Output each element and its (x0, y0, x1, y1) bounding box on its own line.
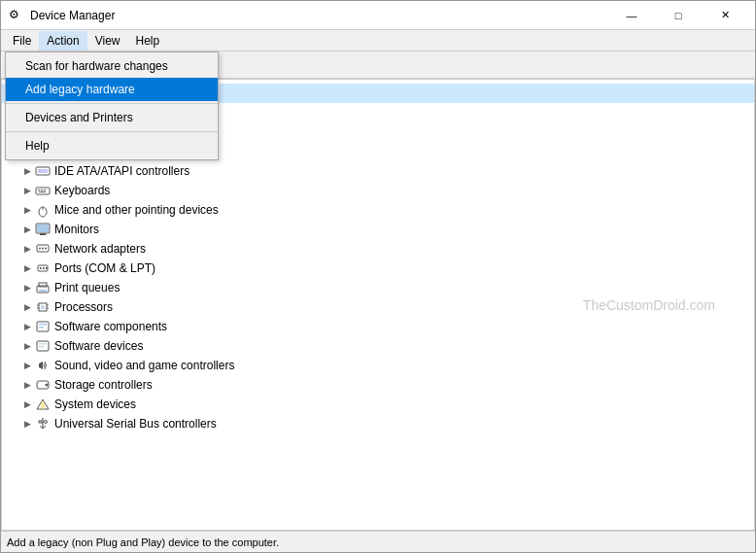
menu-item-scan[interactable]: Scan for hardware changes (6, 54, 218, 78)
svg-rect-46 (39, 346, 44, 348)
list-item[interactable]: ▶ Processors (2, 297, 754, 317)
app-icon: ⚙ (9, 8, 24, 23)
svg-point-52 (45, 421, 48, 424)
item-label: Software components (54, 320, 167, 333)
system-icon (35, 397, 51, 412)
device-manager-window: ⚙ Device Manager — □ ✕ File Action View … (0, 0, 756, 553)
expand-arrow: ▶ (21, 398, 33, 410)
svg-rect-34 (39, 290, 47, 292)
svg-rect-13 (38, 169, 48, 173)
menubar: File Action View Help Scan for hardware … (1, 30, 755, 52)
svg-rect-51 (39, 421, 42, 423)
software-devices-icon (35, 338, 51, 354)
list-item[interactable]: ▶ Print queues (2, 278, 754, 297)
svg-rect-15 (38, 190, 40, 190)
expand-arrow: ▶ (21, 204, 33, 216)
action-dropdown: Scan for hardware changes Add legacy har… (5, 52, 219, 160)
separator-1 (6, 103, 218, 104)
svg-point-49 (46, 384, 49, 387)
titlebar: ⚙ Device Manager — □ ✕ (1, 1, 755, 30)
list-item[interactable]: ▶ Storage controllers (2, 375, 754, 395)
list-item[interactable]: ▶ Monitors (2, 220, 754, 239)
statusbar: Add a legacy (non Plug and Play) device … (1, 531, 755, 552)
svg-rect-14 (36, 188, 50, 194)
item-label: Processors (54, 300, 113, 314)
storage-icon (35, 377, 51, 393)
svg-rect-18 (39, 191, 46, 192)
keyboard-icon (35, 183, 51, 198)
titlebar-controls: — □ ✕ (609, 1, 747, 30)
svg-rect-29 (40, 267, 42, 269)
svg-point-27 (45, 248, 47, 250)
svg-rect-45 (39, 343, 47, 345)
expand-arrow: ▶ (21, 301, 33, 313)
port-icon (35, 260, 51, 276)
expand-arrow: ▶ (21, 262, 33, 274)
menu-view[interactable]: View (87, 31, 128, 51)
item-label: Keyboards (54, 184, 110, 197)
svg-rect-16 (41, 190, 43, 190)
list-item[interactable]: ▶ Ports (COM & LPT) (2, 259, 754, 278)
usb-icon (35, 416, 51, 432)
item-label: Mice and other pointing devices (54, 203, 219, 217)
list-item[interactable]: ▶ System devices (2, 395, 754, 414)
svg-point-26 (42, 248, 44, 250)
svg-rect-42 (39, 324, 47, 326)
print-icon (35, 280, 51, 295)
list-item[interactable]: ▶ IDE ATA/ATAPI controllers (2, 161, 754, 181)
mouse-icon (35, 202, 51, 218)
svg-rect-23 (40, 233, 46, 235)
list-item[interactable]: ▶ Sound, video and game controllers (2, 356, 754, 375)
list-item[interactable]: ▶ Network adapters (2, 239, 754, 259)
svg-rect-22 (37, 225, 49, 232)
expand-arrow: ▶ (21, 243, 33, 255)
menu-help[interactable]: Help (128, 31, 168, 51)
item-label: Sound, video and game controllers (54, 359, 234, 372)
expand-arrow: ▶ (21, 185, 33, 196)
close-button[interactable]: ✕ (703, 1, 747, 30)
titlebar-left: ⚙ Device Manager (9, 8, 115, 23)
item-label: Ports (COM & LPT) (54, 261, 155, 275)
menu-item-add-legacy[interactable]: Add legacy hardware (6, 78, 218, 101)
processor-icon (35, 299, 51, 315)
svg-rect-31 (46, 267, 48, 269)
expand-arrow: ▶ (21, 360, 33, 371)
expand-arrow: ▶ (21, 340, 33, 352)
svg-rect-30 (43, 267, 45, 269)
svg-rect-17 (44, 190, 46, 190)
sound-icon (35, 358, 51, 373)
list-item[interactable]: ▶ Mice and other pointing devices (2, 200, 754, 220)
list-item[interactable]: ▶ Universal Serial Bus controllers (2, 414, 754, 433)
minimize-button[interactable]: — (609, 1, 654, 30)
item-label: Monitors (54, 223, 99, 236)
item-label: Network adapters (54, 242, 146, 256)
monitor-icon (35, 222, 51, 237)
status-text: Add a legacy (non Plug and Play) device … (7, 536, 279, 548)
menu-action[interactable]: Action (39, 31, 86, 51)
item-label: System devices (54, 397, 136, 411)
expand-arrow: ▶ (21, 379, 33, 391)
svg-point-25 (39, 248, 41, 250)
svg-rect-43 (39, 327, 44, 328)
software-components-icon (35, 319, 51, 334)
svg-rect-50 (41, 401, 45, 409)
separator-2 (6, 131, 218, 132)
expand-arrow: ▶ (21, 165, 33, 177)
item-label: Storage controllers (54, 378, 153, 392)
list-item[interactable]: ▶ Software devices (2, 336, 754, 356)
network-icon (35, 241, 51, 257)
ide-icon (35, 163, 51, 179)
expand-arrow: ▶ (21, 282, 33, 294)
expand-arrow: ▶ (21, 224, 33, 235)
expand-arrow: ▶ (21, 321, 33, 332)
list-item[interactable]: ▶ Keyboards (2, 181, 754, 200)
item-label: IDE ATA/ATAPI controllers (54, 164, 189, 178)
menu-item-devices-printers[interactable]: Devices and Printers (6, 106, 218, 129)
menu-item-help[interactable]: Help (6, 134, 218, 157)
item-label: Software devices (54, 339, 143, 353)
list-item[interactable]: ▶ Software components (2, 317, 754, 336)
menu-file[interactable]: File (5, 31, 39, 51)
item-label: Print queues (54, 281, 120, 294)
maximize-button[interactable]: □ (656, 1, 701, 30)
window-title: Device Manager (30, 9, 115, 22)
